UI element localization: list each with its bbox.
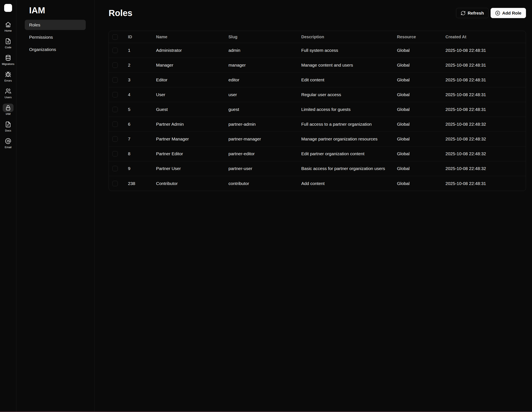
row-checkbox[interactable]: [112, 77, 118, 83]
cell-resource: Global: [397, 77, 446, 82]
cell-name: User: [156, 92, 228, 97]
table-row: 7 Partner Manager partner-manager Manage…: [109, 132, 526, 146]
cell-slug: partner-editor: [228, 151, 301, 156]
users-icon: [3, 87, 14, 95]
table-row: 9 Partner User partner-user Basic access…: [109, 161, 526, 176]
cell-id: 3: [128, 77, 156, 82]
roles-table: ID Name Slug Description Resource Create…: [109, 31, 526, 191]
cell-id: 8: [128, 151, 156, 156]
cell-id: 2: [128, 63, 156, 68]
table-row: 8 Partner Editor partner-editor Edit par…: [109, 146, 526, 161]
file-text-icon: [3, 120, 14, 129]
row-checkbox[interactable]: [112, 107, 118, 112]
sidebar-item-permissions[interactable]: Permissions: [25, 32, 86, 42]
column-header-description: Description: [301, 35, 397, 39]
row-checkbox[interactable]: [112, 151, 118, 156]
rail-item-users[interactable]: Users: [3, 87, 14, 99]
select-all-checkbox[interactable]: [112, 34, 118, 40]
header-actions: Refresh Add Role: [456, 8, 526, 18]
rail-item-code[interactable]: Code: [3, 37, 14, 49]
panel-title: IAM: [29, 5, 86, 15]
rail-nav: Home Code Migrations Errors: [2, 20, 14, 149]
row-checkbox[interactable]: [112, 181, 118, 186]
cell-description: Full access to a partner organization: [301, 122, 397, 127]
rail-item-label: Migrations: [2, 62, 14, 66]
cell-created-at: 2025-10-08 22:48:31: [446, 181, 526, 186]
rail-item-label: IAM: [6, 112, 10, 116]
app-window: Home Code Migrations Errors: [0, 0, 532, 411]
cell-id: 5: [128, 107, 156, 112]
rail-item-errors[interactable]: Errors: [3, 70, 14, 82]
cell-name: Administrator: [156, 48, 228, 53]
cell-resource: Global: [397, 63, 446, 68]
cell-name: Partner Editor: [156, 151, 228, 156]
refresh-button[interactable]: Refresh: [456, 8, 488, 18]
cell-description: Edit partner organization content: [301, 151, 397, 156]
rail-item-iam[interactable]: IAM: [3, 104, 14, 116]
row-checkbox[interactable]: [112, 166, 118, 171]
database-icon: [3, 54, 14, 62]
cell-name: Guest: [156, 107, 228, 112]
table-row: 4 User user Regular user access Global 2…: [109, 87, 526, 102]
row-checkbox[interactable]: [112, 136, 118, 142]
add-role-button[interactable]: Add Role: [491, 8, 526, 18]
cell-id: 4: [128, 92, 156, 97]
cell-name: Contributor: [156, 181, 228, 186]
cell-description: Limited access for guests: [301, 107, 397, 112]
plus-circle-icon: [495, 11, 500, 16]
cell-slug: editor: [228, 77, 301, 82]
row-checkbox[interactable]: [112, 122, 118, 127]
cell-created-at: 2025-10-08 22:48:31: [446, 63, 526, 68]
rail-item-docs[interactable]: Docs: [3, 120, 14, 132]
cell-description: Full system access: [301, 48, 397, 53]
column-header-slug: Slug: [228, 35, 301, 39]
cell-name: Partner User: [156, 166, 228, 171]
sidebar-item-organizations[interactable]: Organizations: [25, 44, 86, 55]
table-header-row: ID Name Slug Description Resource Create…: [109, 31, 526, 43]
cell-name: Partner Manager: [156, 136, 228, 142]
rail-item-migrations[interactable]: Migrations: [2, 54, 14, 66]
refresh-icon: [461, 11, 466, 16]
file-plus-icon: [3, 37, 14, 45]
page-title: Roles: [109, 9, 132, 18]
page-header: Roles Refresh Add Role: [109, 8, 526, 18]
row-checkbox[interactable]: [112, 48, 118, 53]
cell-created-at: 2025-10-08 22:48:32: [446, 136, 526, 142]
cell-resource: Global: [397, 166, 446, 171]
app-logo[interactable]: [4, 4, 12, 12]
row-checkbox[interactable]: [112, 62, 118, 68]
cell-created-at: 2025-10-08 22:48:31: [446, 77, 526, 82]
rail-item-email[interactable]: Email: [3, 137, 14, 149]
cell-slug: admin: [228, 48, 301, 53]
bug-icon: [3, 70, 14, 79]
rail-item-home[interactable]: Home: [3, 20, 14, 32]
cell-id: 6: [128, 122, 156, 127]
cell-created-at: 2025-10-08 22:48:32: [446, 151, 526, 156]
sidebar-item-label: Permissions: [29, 35, 53, 40]
cell-description: Add content: [301, 181, 397, 186]
main-content: Roles Refresh Add Role ID Name Slug Desc…: [95, 0, 532, 411]
cell-description: Manage content and users: [301, 63, 397, 68]
row-checkbox[interactable]: [112, 92, 118, 97]
rail-item-label: Errors: [4, 79, 12, 82]
sidebar-item-label: Roles: [29, 22, 40, 28]
cell-slug: guest: [228, 107, 301, 112]
rail-item-label: Users: [5, 96, 12, 99]
rail-item-label: Code: [5, 46, 11, 49]
cell-id: 9: [128, 166, 156, 171]
lock-icon: [3, 104, 14, 112]
table-row: 3 Editor editor Edit content Global 2025…: [109, 73, 526, 87]
refresh-button-label: Refresh: [468, 11, 484, 16]
table-row: 238 Contributor contributor Add content …: [109, 176, 526, 191]
sidebar-item-roles[interactable]: Roles: [25, 20, 86, 30]
sidebar-item-label: Organizations: [29, 47, 56, 52]
cell-created-at: 2025-10-08 22:48:31: [446, 92, 526, 97]
cell-resource: Global: [397, 136, 446, 142]
home-icon: [3, 20, 14, 29]
cell-slug: partner-admin: [228, 122, 301, 127]
rail-item-label: Home: [5, 29, 12, 32]
table-row: 2 Manager manager Manage content and use…: [109, 58, 526, 73]
cell-resource: Global: [397, 151, 446, 156]
column-header-created-at: Created At: [446, 35, 526, 39]
cell-resource: Global: [397, 92, 446, 97]
